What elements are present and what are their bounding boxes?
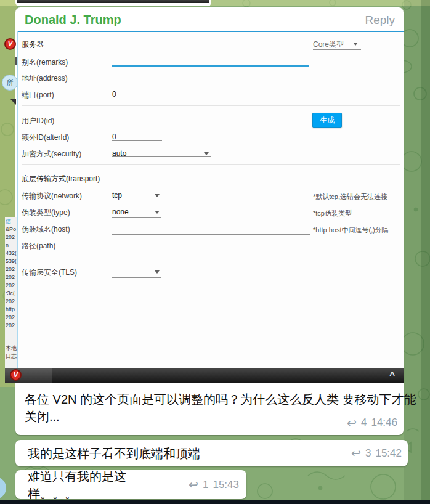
screenshot-taskbar: V ^ [5, 368, 404, 383]
security-label: 加密方式(security) [22, 149, 81, 160]
port-input[interactable] [112, 100, 162, 100]
generate-button[interactable]: 生成 [312, 113, 342, 128]
address-input[interactable] [112, 83, 309, 83]
bottom-bar-edge [0, 500, 430, 504]
alter-id-label: 额外ID(alterId) [22, 132, 69, 143]
log-line: n= [5, 242, 17, 250]
separator [22, 164, 400, 165]
section-transport-title: 底层传输方式(transport) [22, 174, 100, 184]
log-line: 202 [5, 274, 17, 282]
caption-line-1: 各位 V2N 的这个页面是可以调整的吗？为什么这么反人类 要移动下才能 [25, 391, 416, 408]
timestamp: 15:43 [213, 479, 239, 491]
v2ray-tray-icon: V [4, 38, 16, 50]
reply-arrow-icon[interactable]: ↩ [189, 479, 198, 490]
port-value[interactable]: 0 [112, 90, 116, 99]
filter-chip-label: 所 [7, 78, 14, 87]
telegram-chat-screen: Donald J. Trump Reply V 所 信 &Po 202 n= 4… [0, 0, 430, 504]
dropdown-arrow-icon[interactable] [155, 211, 160, 214]
v2ray-icon-letter: V [14, 372, 18, 378]
log-line: 202 [5, 322, 17, 330]
reply-count[interactable]: 4 [361, 417, 367, 429]
type-value[interactable]: none [112, 208, 129, 216]
clipped-tab-label: 信 [5, 217, 17, 226]
message-bubble: 难道只有我的是这样。。。 ↩ 1 15:43 [15, 470, 246, 499]
host-label: 伪装域名(host) [22, 224, 70, 235]
clipped-log-column: 信 &Po 202 n= 432( 539( 202 202 202 :3c( … [5, 217, 17, 368]
log-line: &Po [5, 226, 17, 234]
log-line: 432( [5, 250, 17, 258]
reply-arrow-icon[interactable]: ↩ [347, 418, 357, 428]
reply-link[interactable]: Reply [365, 14, 395, 27]
message-text: 难道只有我的是这样。。。 [28, 468, 175, 502]
dropdown-arrow-icon[interactable] [204, 152, 209, 155]
tls-dropdown[interactable] [112, 277, 161, 278]
sender-name[interactable]: Donald J. Trump [25, 13, 121, 27]
message-bubble: 我的是这样子看不到底端和顶端 ↩ 3 15:42 [15, 440, 408, 466]
network-value[interactable]: tcp [112, 191, 122, 200]
reply-count[interactable]: 1 [203, 479, 208, 491]
host-input[interactable] [112, 234, 310, 235]
tls-label: 传输层安全(TLS) [22, 267, 77, 278]
remarks-input[interactable] [112, 65, 309, 67]
dropdown-arrow-icon[interactable] [353, 43, 358, 46]
previous-image-strip [17, 0, 209, 3]
clipped-label: 本地 [5, 344, 17, 352]
log-line: http [5, 306, 17, 314]
dropdown-arrow-icon[interactable] [155, 270, 160, 274]
separator [22, 105, 400, 106]
address-label: 地址(address) [22, 73, 68, 84]
type-label: 伪装类型(type) [22, 208, 70, 218]
user-id-input[interactable] [112, 124, 309, 124]
network-note: *默认tcp,选错会无法连接 [313, 192, 387, 201]
separator [22, 258, 400, 258]
port-label: 端口(port) [22, 90, 54, 100]
message-meta: ↩ 1 15:43 [189, 479, 239, 491]
host-note: *http host中间逗号(,)分隔 [313, 226, 389, 235]
log-line: :3c( [5, 290, 17, 298]
security-dropdown[interactable] [112, 156, 211, 157]
v2ray-taskbar-icon: V [10, 369, 22, 381]
network-label: 传输协议(network) [22, 191, 82, 201]
screenshot-image[interactable]: V 所 信 &Po 202 n= 432( 539( 202 202 202 :… [4, 31, 404, 383]
reply-count[interactable]: 3 [365, 447, 371, 460]
log-line: 202 [5, 266, 17, 274]
filter-chip: 所 [2, 75, 18, 91]
message-meta: ↩ 4 14:46 [347, 417, 397, 429]
log-line: 202 [5, 314, 17, 322]
alter-id-input[interactable] [112, 140, 162, 141]
core-type-dropdown[interactable]: Core类型 [313, 39, 344, 50]
message-bubble-screenshot: Donald J. Trump Reply V 所 信 &Po 202 n= 4… [15, 7, 404, 435]
path-input[interactable] [112, 251, 310, 251]
network-dropdown[interactable] [112, 201, 161, 201]
log-line: 202 [5, 282, 17, 290]
alter-id-value[interactable]: 0 [112, 132, 116, 141]
sort-triangle-icon [10, 99, 16, 105]
log-line: 202 [5, 298, 17, 306]
log-line: 202 [5, 234, 17, 242]
v2ray-config-dialog: 服务器 Core类型 别名(remarks) 地址(address) 端口(po… [17, 31, 404, 368]
message-meta: ↩ 3 15:42 [351, 447, 402, 460]
core-type-underline [313, 49, 361, 50]
user-id-label: 用户ID(id) [22, 116, 54, 126]
reply-arrow-icon[interactable]: ↩ [351, 448, 361, 458]
caption-line-2: 关闭... [25, 408, 60, 425]
type-dropdown[interactable] [112, 217, 161, 218]
timestamp: 14:46 [371, 417, 397, 429]
v2ray-icon-letter: V [8, 41, 12, 47]
dropdown-arrow-icon[interactable] [155, 194, 160, 197]
tray-chevron-icon[interactable]: ^ [389, 370, 395, 380]
clipped-label: 日志 [5, 352, 17, 360]
remarks-label: 别名(remarks) [22, 57, 68, 68]
message-text: 我的是这样子看不到底端和顶端 [28, 445, 351, 462]
section-server-title: 服务器 [22, 39, 44, 50]
type-note: *tcp伪装类型 [313, 209, 352, 218]
path-label: 路径(path) [22, 241, 55, 251]
timestamp: 15:42 [375, 447, 402, 460]
log-line: 539( [5, 258, 17, 266]
previous-message-remnant [15, 0, 211, 6]
